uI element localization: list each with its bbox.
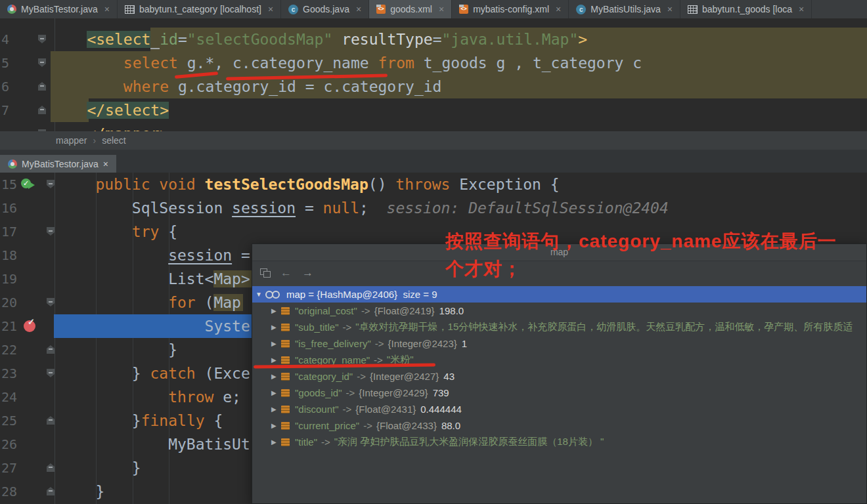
chevron-right-icon[interactable]: ▶ [271,340,281,347]
code-line-15[interactable]: 15✓ public void testSelectGoodsMap() thr… [0,173,867,196]
map-entry-icon [281,356,290,364]
back-arrow-icon[interactable]: ← [280,267,292,278]
tab-goods-xml[interactable]: <>goods.xml× [369,0,452,18]
code-line-5[interactable]: 5 select g.*, c.category_name from t_goo… [0,51,867,75]
fold-marker-icon[interactable] [38,82,46,91]
run-test-icon[interactable]: ✓ [21,178,35,191]
line-number: 7 [1,98,21,122]
xml-editor[interactable]: 4 <select id="selectGoodsMap" resultType… [0,18,867,131]
editor-tab-bar: MyBatisTestor.java×babytun.t_category [l… [0,0,867,18]
chevron-right-icon[interactable]: ▶ [271,406,281,413]
close-icon[interactable]: × [799,4,804,14]
fold-marker-icon[interactable] [38,35,46,43]
variable-row[interactable]: ▶"current_price"->{Float@2433}88.0 [252,417,866,434]
tab-label: MyBatisUtils.java [590,4,661,14]
fold-marker-icon[interactable] [47,487,55,495]
tab-mybatis-config-xml[interactable]: <>mybatis-config.xml× [452,0,569,18]
code-text: public void testSelectGoodsMap() throws … [59,173,560,196]
chevron-right-icon[interactable]: ▶ [271,324,281,331]
variable-value: "卓效对抗孕期干燥，15分钟快速补水，补充胶原蛋白，幼滑肌肤。天然豆乳配方，温和… [355,321,853,333]
close-icon[interactable]: × [556,4,561,14]
fold-marker-icon[interactable] [47,345,55,354]
fold-marker-icon[interactable] [47,416,55,425]
tab-mybatistestor-java[interactable]: MyBatisTestor.java × [0,155,116,173]
variable-value: "亲润 孕妇护肤品豆乳大米盈润保湿胶原蚕丝面膜（18片装） " [334,436,604,448]
chevron-right-icon[interactable]: ▶ [271,438,281,446]
fold-marker-icon[interactable] [38,106,46,114]
map-entry-icon [281,324,290,331]
chevron-right-icon[interactable]: ▶ [271,356,281,364]
line-number: 15 [1,173,21,196]
annotation-note-line1: 按照查询语句，category_name应该在最后一 [445,229,836,254]
line-number: 6 [1,75,21,98]
variable-key: "is_free_delivery" [295,338,371,349]
arrow-text: -> [375,338,384,349]
variable-key: "category_id" [295,371,353,382]
close-icon[interactable]: × [103,159,108,169]
code-line-16[interactable]: 16 SqlSession session = null; session: D… [0,196,867,220]
breadcrumb-item-select[interactable]: select [102,135,126,146]
breadcrumb-separator-icon: › [93,135,96,146]
variable-root-row[interactable]: ▼ map = {HashMap@2406} size = 9 [252,286,866,303]
variable-row[interactable]: ▶"original_cost"->{Float@2419}198.0 [252,303,866,319]
tab-mybatisutils-java[interactable]: cMyBatisUtils.java× [569,0,680,18]
variable-key: "title" [295,436,317,448]
close-icon[interactable]: × [104,4,110,14]
arrow-text: -> [321,436,330,448]
tab-babytun-t-goods-loca[interactable]: babytun.t_goods [loca× [680,0,812,18]
fold-marker-icon[interactable] [47,463,55,472]
chevron-right-icon[interactable]: ▶ [271,373,281,380]
tab-babytun-t-category-localhost-[interactable]: babytun.t_category [localhost]× [118,0,281,18]
chevron-down-icon[interactable]: ▼ [256,291,265,298]
code-line-4[interactable]: 4 <select id="selectGoodsMap" resultType… [0,28,867,51]
code-line[interactable]: </mapper> [0,122,867,131]
fold-marker-icon[interactable] [47,298,55,306]
table-icon [125,5,135,14]
map-entry-icon [281,307,290,315]
fold-marker-icon[interactable] [47,369,55,377]
fold-marker-icon[interactable] [38,58,46,67]
breakpoint-icon[interactable] [24,320,35,332]
arrow-text: -> [361,305,370,316]
code-text: } [59,338,177,362]
code-text: throw e; [59,385,241,409]
line-number: 19 [1,267,21,291]
tab-label: MyBatisTestor.java [22,159,99,169]
code-text: }finally { [59,409,223,432]
variable-row[interactable]: ▶"category_id"->{Integer@2427}43 [252,368,866,385]
line-number: 24 [1,385,21,409]
map-entry-icon [281,438,290,446]
close-icon[interactable]: × [268,4,273,14]
close-icon[interactable]: × [667,4,673,14]
variable-row[interactable]: ▶"goods_id"->{Integer@2429}739 [252,385,866,401]
variable-row[interactable]: ▶"title"->"亲润 孕妇护肤品豆乳大米盈润保湿胶原蚕丝面膜（18片装） … [252,434,866,450]
chevron-right-icon[interactable]: ▶ [271,307,281,314]
fold-marker-icon[interactable] [47,180,55,188]
code-text: Syste [59,314,250,338]
close-icon[interactable]: × [439,4,444,14]
breadcrumb-item-mapper[interactable]: mapper [56,135,87,146]
fold-marker-icon[interactable] [47,227,55,236]
xml-icon: <> [459,5,468,14]
tab-goods-java[interactable]: cGoods.java× [281,0,369,18]
variable-value: 198.0 [439,305,464,316]
variable-key: "current_price" [295,420,359,431]
variable-key: "goods_id" [295,387,342,398]
view-options-icon[interactable] [260,268,270,277]
variable-row[interactable]: ▶"sub_title"->"卓效对抗孕期干燥，15分钟快速补水，补充胶原蛋白，… [252,319,866,335]
line-number: 26 [1,432,21,456]
forward-arrow-icon[interactable]: → [302,267,313,278]
code-line-6[interactable]: 6 where g.category_id = c.category_id [0,75,867,98]
chevron-right-icon[interactable]: ▶ [271,422,281,429]
line-number: 23 [1,362,21,385]
chevron-right-icon[interactable]: ▶ [271,389,281,396]
code-line-7[interactable]: 7 </select> [0,98,867,122]
close-icon[interactable]: × [356,4,361,14]
variable-value: 88.0 [441,420,460,431]
arrow-text: -> [343,404,352,415]
variable-row[interactable]: ▶"discount"->{Float@2431}0.444444 [252,401,866,417]
tab-mybatistestor-java[interactable]: MyBatisTestor.java× [0,0,118,18]
variable-row[interactable]: ▶"is_free_delivery"->{Integer@2423}1 [252,335,866,352]
breadcrumb: mapper›select [0,131,867,150]
map-entry-icon [281,389,290,397]
